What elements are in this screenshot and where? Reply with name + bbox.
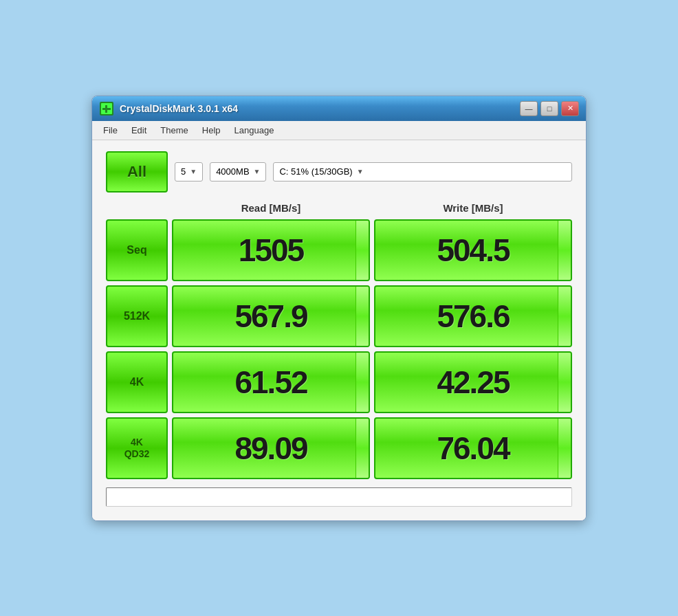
read-512k: 567.9	[172, 285, 370, 347]
menu-edit[interactable]: Edit	[126, 123, 152, 138]
header-write: Write [MB/s]	[374, 201, 572, 215]
read-4k: 61.52	[172, 351, 370, 413]
runs-dropdown[interactable]: 5 ▼	[175, 162, 203, 182]
top-controls: All 5 ▼ 4000MB ▼ C: 51% (15/30GB) ▼	[106, 151, 572, 192]
label-seq: Seq	[106, 219, 168, 281]
menu-file[interactable]: File	[98, 123, 123, 138]
read-4k-value: 61.52	[234, 364, 307, 401]
drive-dropdown[interactable]: C: 51% (15/30GB) ▼	[273, 162, 572, 182]
title-bar: CrystalDiskMark 3.0.1 x64 — □ ✕	[92, 96, 586, 121]
main-content: All 5 ▼ 4000MB ▼ C: 51% (15/30GB) ▼ Read…	[92, 140, 586, 520]
close-button[interactable]: ✕	[561, 101, 579, 116]
window-title: CrystalDiskMark 3.0.1 x64	[120, 103, 520, 114]
runs-dropdown-arrow: ▼	[190, 168, 197, 175]
header-read: Read [MB/s]	[172, 201, 370, 215]
data-grid: Seq 1505 504.5 512K 567.9 576.6	[106, 219, 572, 479]
read-seq: 1505	[172, 219, 370, 281]
app-icon	[99, 101, 114, 116]
menu-theme[interactable]: Theme	[155, 123, 193, 138]
maximize-button[interactable]: □	[540, 101, 558, 116]
label-4kqd32: 4K QD32	[106, 417, 168, 479]
write-4k: 42.25	[374, 351, 572, 413]
app-window: CrystalDiskMark 3.0.1 x64 — □ ✕ File Edi…	[91, 96, 587, 521]
svg-rect-3	[105, 105, 107, 113]
read-4kqd32: 89.09	[172, 417, 370, 479]
drive-value: C: 51% (15/30GB)	[279, 166, 352, 177]
row-4kqd32: 4K QD32 89.09 76.04	[106, 417, 572, 479]
minimize-button[interactable]: —	[520, 101, 538, 116]
menu-help[interactable]: Help	[197, 123, 226, 138]
size-value: 4000MB	[216, 166, 249, 177]
drive-dropdown-arrow: ▼	[357, 168, 364, 175]
runs-value: 5	[181, 166, 186, 177]
row-seq: Seq 1505 504.5	[106, 219, 572, 281]
read-seq-value: 1505	[239, 232, 303, 269]
header-spacer	[106, 201, 168, 215]
write-4kqd32-value: 76.04	[437, 430, 509, 467]
read-512k-value: 567.9	[234, 298, 307, 335]
label-512k: 512K	[106, 285, 168, 347]
write-512k-value: 576.6	[437, 298, 509, 335]
row-512k: 512K 567.9 576.6	[106, 285, 572, 347]
write-512k: 576.6	[374, 285, 572, 347]
menu-language[interactable]: Language	[229, 123, 280, 138]
write-seq: 504.5	[374, 219, 572, 281]
menu-bar: File Edit Theme Help Language	[92, 121, 586, 140]
size-dropdown[interactable]: 4000MB ▼	[210, 162, 266, 182]
row-4k: 4K 61.52 42.25	[106, 351, 572, 413]
all-button[interactable]: All	[106, 151, 168, 192]
size-dropdown-arrow: ▼	[254, 168, 261, 175]
write-4kqd32: 76.04	[374, 417, 572, 479]
window-controls: — □ ✕	[520, 101, 579, 116]
status-bar	[106, 487, 572, 507]
label-4k: 4K	[106, 351, 168, 413]
write-seq-value: 504.5	[437, 232, 509, 269]
write-4k-value: 42.25	[437, 364, 509, 401]
read-4kqd32-value: 89.09	[234, 430, 307, 467]
column-headers: Read [MB/s] Write [MB/s]	[106, 201, 572, 215]
